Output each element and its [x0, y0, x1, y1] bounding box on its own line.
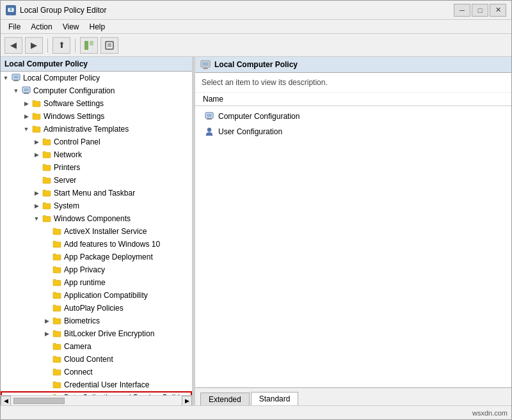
- expand-btn-admin-templates[interactable]: ▼: [21, 124, 31, 134]
- status-text: wsxdn.com: [472, 409, 508, 417]
- tree-item-camera[interactable]: Camera: [1, 340, 192, 353]
- svg-rect-21: [207, 114, 212, 117]
- tree-item-autoplay[interactable]: AutoPlay Policies: [1, 302, 192, 315]
- folder-icon: [52, 380, 62, 390]
- scroll-right-button[interactable]: ▶: [182, 396, 192, 406]
- tab-standard[interactable]: Standard: [251, 392, 299, 405]
- tree-item-app-privacy[interactable]: App Privacy: [1, 263, 192, 276]
- list-item[interactable]: User Configuration: [200, 124, 506, 139]
- tree-label-control-panel: Control Panel: [54, 137, 100, 146]
- tree-container[interactable]: ▼ Local Computer Policy▼ Computer Config…: [1, 72, 192, 395]
- list-item[interactable]: Computer Configuration: [200, 109, 506, 124]
- left-pane: Local Computer Policy ▼ Local Computer P…: [1, 57, 193, 405]
- tree-item-cloud-content[interactable]: Cloud Content: [1, 353, 192, 366]
- tree-label-software-settings: Software Settings: [44, 99, 104, 108]
- tree-item-start-menu[interactable]: ▶ Start Menu and Taskbar: [1, 187, 192, 199]
- menu-bar: File Action View Help: [1, 20, 511, 34]
- menu-file[interactable]: File: [3, 21, 26, 33]
- tree-item-computer-config[interactable]: ▼ Computer Configuration: [1, 84, 192, 97]
- tree-item-control-panel[interactable]: ▶ Control Panel: [1, 136, 192, 148]
- tree-item-windows-components[interactable]: ▼ Windows Components: [1, 212, 192, 225]
- expand-btn-root[interactable]: ▼: [1, 73, 11, 83]
- tree-item-root[interactable]: ▼ Local Computer Policy: [1, 72, 192, 84]
- toolbar-up-button[interactable]: ⬆: [52, 37, 70, 54]
- right-pane: Local Computer Policy Select an item to …: [195, 57, 511, 405]
- tree-label-app-privacy: App Privacy: [64, 265, 105, 274]
- expand-btn-app-compat: [42, 290, 52, 300]
- expand-btn-printers: [31, 162, 42, 173]
- tree-item-server[interactable]: Server: [1, 174, 192, 187]
- folder-icon: [42, 137, 52, 147]
- expand-btn-windows-settings[interactable]: ▶: [21, 111, 31, 121]
- right-list: Computer Configuration User Configuratio…: [195, 106, 511, 387]
- tree-item-connect[interactable]: Connect: [1, 366, 192, 378]
- menu-action[interactable]: Action: [26, 21, 57, 33]
- minimize-button[interactable]: ─: [454, 4, 470, 17]
- expand-btn-windows-components[interactable]: ▼: [31, 214, 42, 224]
- tree-item-system[interactable]: ▶ System: [1, 199, 192, 212]
- tree-item-app-compat[interactable]: Application Compatibility: [1, 289, 192, 302]
- expand-btn-network[interactable]: ▶: [31, 150, 42, 160]
- toolbar: ◀ ▶ ⬆: [1, 34, 511, 57]
- expand-btn-software-settings[interactable]: ▶: [21, 98, 31, 109]
- tree-item-activex[interactable]: ActiveX Installer Service: [1, 225, 192, 238]
- menu-view[interactable]: View: [58, 21, 84, 33]
- tab-extended[interactable]: Extended: [200, 393, 250, 405]
- svg-rect-1: [9, 12, 13, 13]
- folder-icon: [31, 111, 42, 121]
- horizontal-scrollbar[interactable]: ◀ ▶: [1, 395, 192, 405]
- tree-label-server: Server: [54, 176, 76, 185]
- expand-btn-biometrics[interactable]: ▶: [42, 316, 52, 326]
- tree-label-windows-components: Windows Components: [54, 214, 131, 223]
- tree-item-printers[interactable]: Printers: [1, 161, 192, 174]
- close-button[interactable]: ✕: [490, 4, 506, 17]
- expand-btn-computer-config[interactable]: ▼: [11, 86, 21, 96]
- toolbar-properties-button[interactable]: [100, 37, 118, 54]
- right-description: Select an item to view its description.: [195, 73, 511, 93]
- svg-rect-3: [84, 41, 88, 50]
- tree-item-software-settings[interactable]: ▶ Software Settings: [1, 97, 192, 110]
- tree-header: Local Computer Policy: [1, 57, 192, 72]
- column-header-name[interactable]: Name: [200, 95, 506, 104]
- right-header: Local Computer Policy: [195, 57, 511, 73]
- tree-label-app-runtime: App runtime: [64, 278, 106, 287]
- expand-btn-control-panel[interactable]: ▶: [31, 137, 42, 147]
- scroll-left-button[interactable]: ◀: [1, 396, 11, 406]
- expand-btn-system[interactable]: ▶: [31, 201, 42, 211]
- toolbar-show-hide-button[interactable]: [80, 37, 98, 54]
- tree-label-cloud-content: Cloud Content: [64, 355, 113, 364]
- expand-btn-start-menu[interactable]: ▶: [31, 188, 42, 198]
- svg-rect-23: [207, 119, 212, 120]
- folder-icon: [31, 98, 42, 109]
- expand-btn-credential-ui: [42, 380, 52, 390]
- tree-label-root: Local Computer Policy: [23, 74, 100, 82]
- tree-item-network[interactable]: ▶ Network: [1, 148, 192, 161]
- computer-icon: [11, 73, 21, 83]
- toolbar-forward-button[interactable]: ▶: [25, 37, 43, 54]
- menu-help[interactable]: Help: [84, 21, 111, 33]
- tree-item-add-features[interactable]: Add features to Windows 10: [1, 238, 192, 251]
- svg-rect-10: [14, 80, 18, 81]
- tree-item-app-package[interactable]: App Package Deployment: [1, 251, 192, 263]
- svg-rect-17: [202, 62, 209, 66]
- tree-item-admin-templates[interactable]: ▼ Administrative Templates: [1, 123, 192, 136]
- tree-item-bitlocker[interactable]: ▶ BitLocker Drive Encryption: [1, 327, 192, 340]
- tree-item-biometrics[interactable]: ▶ Biometrics: [1, 315, 192, 327]
- tree-item-app-runtime[interactable]: App runtime: [1, 276, 192, 289]
- expand-btn-app-package: [42, 252, 52, 262]
- folder-icon: [52, 367, 62, 377]
- tree-label-add-features: Add features to Windows 10: [64, 240, 160, 249]
- tree-item-windows-settings[interactable]: ▶ Windows Settings: [1, 110, 192, 123]
- toolbar-back-button[interactable]: ◀: [4, 37, 22, 54]
- table-header: Name: [195, 93, 511, 106]
- svg-rect-14: [24, 93, 28, 93]
- maximize-button[interactable]: □: [472, 4, 488, 17]
- svg-rect-19: [203, 68, 208, 69]
- scroll-thumb[interactable]: [13, 398, 65, 404]
- computer-icon: [203, 110, 216, 123]
- expand-btn-connect: [42, 367, 52, 377]
- expand-btn-bitlocker[interactable]: ▶: [42, 329, 52, 339]
- main-content: Local Computer Policy ▼ Local Computer P…: [1, 57, 511, 405]
- tree-item-credential-ui[interactable]: Credential User Interface: [1, 378, 192, 391]
- expand-btn-camera: [42, 341, 52, 352]
